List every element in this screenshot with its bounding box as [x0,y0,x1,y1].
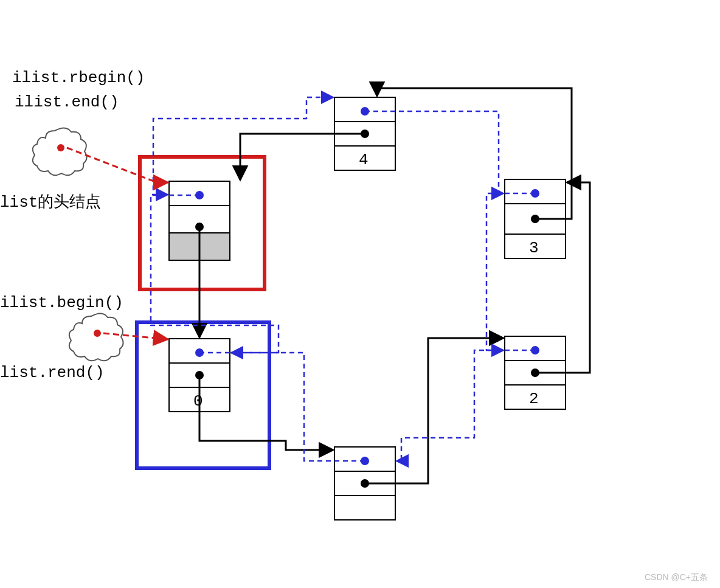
node-0-value: 0 [193,392,203,410]
node-4-value: 4 [359,151,369,169]
node-2-value: 2 [529,390,539,408]
watermark: CSDN @C+五条 [645,572,708,583]
diagram-canvas: ilist.rbegin() ilist.end() list的头结点 ilis… [0,0,720,588]
label-begin: ilist.begin() [0,294,123,312]
label-end: ilist.end() [15,93,119,111]
svg-point-0 [57,144,64,151]
label-head-caption: list的头结点 [0,193,101,212]
label-rbegin: ilist.rbegin() [12,69,145,87]
svg-point-1 [94,330,101,337]
svg-rect-29 [334,496,395,520]
label-rend: list.rend() [0,364,105,382]
cloud-begin-iterator [69,313,123,361]
node-3-value: 3 [529,239,539,257]
